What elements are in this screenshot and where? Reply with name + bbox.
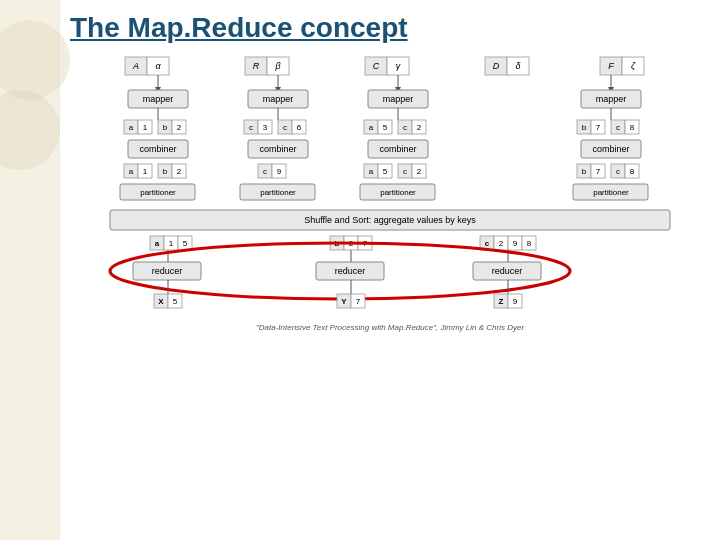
svg-text:a: a bbox=[129, 167, 134, 176]
svg-text:A: A bbox=[132, 61, 139, 71]
svg-text:5: 5 bbox=[173, 297, 178, 306]
svg-text:β: β bbox=[274, 61, 280, 71]
svg-text:combiner: combiner bbox=[259, 144, 296, 154]
svg-text:combiner: combiner bbox=[379, 144, 416, 154]
mapreduce-diagram: A α R β C γ D δ F bbox=[90, 52, 690, 482]
svg-text:7: 7 bbox=[356, 297, 361, 306]
svg-text:mapper: mapper bbox=[143, 94, 174, 104]
svg-text:8: 8 bbox=[630, 167, 635, 176]
svg-text:reducer: reducer bbox=[152, 266, 183, 276]
svg-text:a: a bbox=[369, 123, 374, 132]
svg-text:c: c bbox=[263, 167, 267, 176]
svg-text:c: c bbox=[403, 167, 407, 176]
svg-text:c: c bbox=[616, 167, 620, 176]
svg-text:partitioner: partitioner bbox=[140, 188, 176, 197]
svg-text:Shuffle and Sort: aggregate va: Shuffle and Sort: aggregate values by ke… bbox=[304, 215, 476, 225]
svg-text:reducer: reducer bbox=[492, 266, 523, 276]
mapper-row: mapper mapper mapper mapper bbox=[128, 90, 641, 108]
svg-text:6: 6 bbox=[297, 123, 302, 132]
svg-text:combiner: combiner bbox=[139, 144, 176, 154]
svg-text:3: 3 bbox=[263, 123, 268, 132]
svg-text:2: 2 bbox=[177, 167, 182, 176]
svg-text:9: 9 bbox=[277, 167, 282, 176]
deco-circle-2 bbox=[0, 90, 60, 170]
diagram-container: A α R β C γ D δ F bbox=[90, 52, 690, 486]
svg-text:mapper: mapper bbox=[383, 94, 414, 104]
svg-text:c: c bbox=[283, 123, 287, 132]
svg-text:8: 8 bbox=[527, 239, 532, 248]
svg-text:partitioner: partitioner bbox=[260, 188, 296, 197]
svg-text:mapper: mapper bbox=[263, 94, 294, 104]
svg-text:reducer: reducer bbox=[335, 266, 366, 276]
svg-text:mapper: mapper bbox=[596, 94, 627, 104]
svg-text:1: 1 bbox=[143, 167, 148, 176]
svg-text:b: b bbox=[582, 123, 587, 132]
svg-text:2: 2 bbox=[177, 123, 182, 132]
input-row: A α R β C γ D δ F bbox=[125, 57, 644, 75]
svg-text:c: c bbox=[403, 123, 407, 132]
svg-text:5: 5 bbox=[183, 239, 188, 248]
deco-circle-1 bbox=[0, 20, 70, 100]
svg-text:c: c bbox=[249, 123, 253, 132]
svg-text:Y: Y bbox=[341, 297, 347, 306]
svg-text:combiner: combiner bbox=[592, 144, 629, 154]
svg-text:c: c bbox=[485, 239, 490, 248]
svg-text:2: 2 bbox=[417, 123, 422, 132]
svg-text:b: b bbox=[163, 123, 168, 132]
svg-text:α: α bbox=[155, 61, 161, 71]
svg-text:b: b bbox=[582, 167, 587, 176]
svg-text:a: a bbox=[369, 167, 374, 176]
svg-text:Z: Z bbox=[499, 297, 504, 306]
svg-text:5: 5 bbox=[383, 167, 388, 176]
svg-text:8: 8 bbox=[630, 123, 635, 132]
svg-text:F: F bbox=[608, 61, 614, 71]
svg-text:C: C bbox=[373, 61, 380, 71]
svg-text:9: 9 bbox=[513, 297, 518, 306]
svg-text:partitioner: partitioner bbox=[380, 188, 416, 197]
svg-text:partitioner: partitioner bbox=[593, 188, 629, 197]
svg-text:γ: γ bbox=[396, 61, 401, 71]
svg-text:a: a bbox=[129, 123, 134, 132]
svg-text:7: 7 bbox=[596, 167, 601, 176]
svg-text:b: b bbox=[163, 167, 168, 176]
main-content: The Map.Reduce concept A α R β C γ bbox=[65, 0, 715, 540]
svg-text:5: 5 bbox=[383, 123, 388, 132]
svg-text:7: 7 bbox=[596, 123, 601, 132]
svg-text:1: 1 bbox=[169, 239, 174, 248]
citation-text: "Data-Intensive Text Processing with Map… bbox=[256, 323, 524, 332]
svg-text:a: a bbox=[155, 239, 160, 248]
svg-text:2: 2 bbox=[417, 167, 422, 176]
svg-text:2: 2 bbox=[499, 239, 504, 248]
svg-text:9: 9 bbox=[513, 239, 518, 248]
page-title: The Map.Reduce concept bbox=[65, 0, 715, 52]
svg-text:c: c bbox=[616, 123, 620, 132]
svg-text:1: 1 bbox=[143, 123, 148, 132]
svg-text:R: R bbox=[253, 61, 260, 71]
svg-text:X: X bbox=[158, 297, 164, 306]
left-decoration bbox=[0, 0, 60, 540]
svg-text:D: D bbox=[493, 61, 500, 71]
